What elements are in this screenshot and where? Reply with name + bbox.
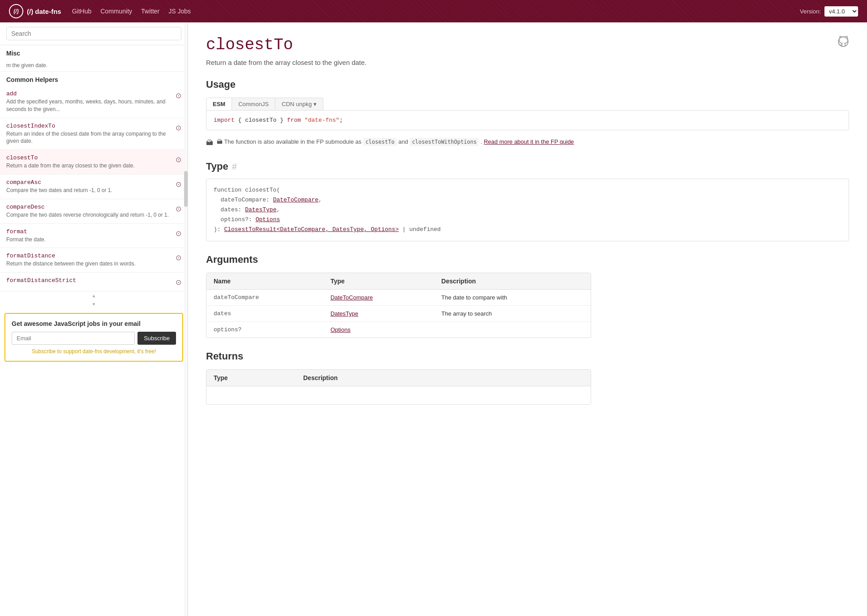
ad-title: Get awesome JavaScript jobs in your emai…: [12, 320, 176, 327]
nav-links: GitHub Community Twitter JS Jobs: [72, 8, 789, 15]
version-selector-container: Version: v4.1.0v3.6.0v2.30.0v1.30.1: [800, 6, 858, 17]
datetocompare-type-link[interactable]: DateToCompare: [273, 197, 318, 203]
scroll-down-indicator: ▼: [0, 300, 188, 308]
sidebar-item-name: compareDesc: [6, 204, 172, 210]
logo-icon: (/): [9, 4, 23, 18]
table-row: dates DatesType The array to search: [206, 306, 591, 322]
type-heading-container: Type #: [206, 161, 849, 172]
fp-and: and: [399, 138, 408, 145]
fp-emoji: 🏔: [206, 137, 213, 148]
col-description: Description: [434, 273, 591, 290]
arg-type-link[interactable]: DatesType: [330, 310, 358, 317]
arg-type: DatesType: [323, 306, 434, 322]
ad-form: Subscribe: [12, 332, 176, 345]
sidebar-item-desc: Compare the two dates reverse chronologi…: [6, 211, 172, 219]
fp-note: 🏔 🏔 The function is also available in th…: [206, 137, 849, 148]
page-layout: Misc m the given date. Common Helpers ad…: [0, 22, 867, 616]
twitter-link[interactable]: Twitter: [141, 8, 159, 15]
type-code-line4: options?: Options: [221, 216, 280, 223]
usage-heading: Usage: [206, 79, 849, 90]
type-hash: #: [232, 162, 237, 172]
version-select[interactable]: v4.1.0v3.6.0v2.30.0v1.30.1: [824, 6, 858, 17]
returns-col-type: Type: [206, 370, 296, 386]
sidebar-item-compareasc[interactable]: compareAsc Compare the two dates and ret…: [0, 175, 188, 199]
sidebar-item-desc: Return an index of the closest date from…: [6, 130, 172, 145]
sidebar: Misc m the given date. Common Helpers ad…: [0, 22, 188, 616]
misc-truncated-text: m the given date.: [0, 60, 188, 72]
sidebar-item-name: format: [6, 228, 172, 235]
options-type-link[interactable]: Options: [256, 216, 280, 223]
sidebar-item-desc: Format the date.: [6, 236, 172, 244]
arg-desc: The date to compare with: [434, 290, 591, 306]
arrow-icon: ⊙: [176, 278, 181, 287]
misc-section-header: Misc: [0, 45, 188, 60]
scrollbar-thumb[interactable]: [184, 171, 188, 207]
import-code-block: import { closestTo } from "date-fns";: [206, 110, 849, 130]
col-type: Type: [323, 273, 434, 290]
arg-type-link[interactable]: DateToCompare: [330, 294, 373, 301]
sidebar-item-name: closestIndexTo: [6, 123, 172, 129]
type-code-line2: dateToCompare: DateToCompare,: [221, 197, 322, 203]
sidebar-item-desc: Return the distance between the given da…: [6, 260, 172, 268]
sidebar-item-comparedesc[interactable]: compareDesc Compare the two dates revers…: [0, 199, 188, 224]
github-link[interactable]: GitHub: [72, 8, 92, 15]
sidebar-item-desc: Compare the two dates and return -1, 0 o…: [6, 187, 172, 194]
sidebar-item-name: formatDistance: [6, 252, 172, 259]
datestype-type-link[interactable]: DatesType: [245, 206, 276, 213]
sidebar-item-closestindexto[interactable]: closestIndexTo Return an index of the cl…: [0, 118, 188, 150]
sidebar-item-formatdistancestrict[interactable]: formatDistanceStrict ⊙: [0, 273, 188, 291]
sidebar-item-add[interactable]: add Add the specified years, months, wee…: [0, 86, 188, 118]
arg-name: dateToCompare: [206, 290, 323, 306]
sidebar-item-formatdistance[interactable]: formatDistance Return the distance betwe…: [0, 248, 188, 273]
tab-commonjs[interactable]: CommonJS: [232, 98, 275, 110]
page-title: closestTo: [206, 36, 849, 54]
top-navigation: (/) (/) date-fns GitHub Community Twitte…: [0, 0, 867, 22]
sidebar-item-format[interactable]: format Format the date. ⊙: [0, 224, 188, 248]
arg-desc: [434, 322, 591, 338]
sidebar-item-closestto[interactable]: closestTo Return a date from the array c…: [0, 150, 188, 175]
returns-heading: Returns: [206, 351, 849, 362]
fp-code1: closestTo: [363, 138, 397, 146]
logo[interactable]: (/) (/) date-fns: [9, 4, 61, 18]
table-row: options? Options: [206, 322, 591, 338]
arrow-icon: ⊙: [176, 124, 181, 132]
github-icon[interactable]: [837, 36, 849, 50]
closesttoresult-type-link[interactable]: ClosestToResult<DateToCompare, DatesType…: [224, 226, 399, 233]
sidebar-item-desc: Return a date from the array closest to …: [6, 162, 172, 170]
arg-name: options?: [206, 322, 323, 338]
fp-code2: closestToWithOptions: [410, 138, 479, 146]
community-link[interactable]: Community: [100, 8, 132, 15]
arguments-heading: Arguments: [206, 254, 849, 265]
main-content: closestTo Return a date from the array c…: [188, 22, 867, 616]
returns-row: [206, 386, 591, 404]
scrollbar-track: [184, 22, 188, 616]
fp-note-text: 🏔 The function is also available in the …: [217, 138, 361, 145]
arg-type-link[interactable]: Options: [330, 326, 351, 333]
arg-type: DateToCompare: [323, 290, 434, 306]
tab-esm[interactable]: ESM: [206, 98, 232, 110]
sidebar-item-name: compareAsc: [6, 179, 172, 186]
jsjobs-link[interactable]: JS Jobs: [168, 8, 191, 15]
fp-guide-link[interactable]: Read more about it in the FP guide: [484, 138, 574, 145]
type-code-line3: dates: DatesType,: [221, 206, 280, 213]
tab-cdn[interactable]: CDN unpkg ▾: [275, 98, 323, 110]
table-row: dateToCompare DateToCompare The date to …: [206, 290, 591, 306]
arrow-icon: ⊙: [176, 229, 181, 238]
arg-type: Options: [323, 322, 434, 338]
type-heading: Type: [206, 161, 228, 172]
email-input[interactable]: [12, 332, 135, 345]
subscribe-button[interactable]: Subscribe: [137, 332, 176, 345]
col-name: Name: [206, 273, 323, 290]
arrow-icon: ⊙: [176, 180, 181, 188]
scroll-up-indicator: ▲: [0, 291, 188, 300]
returns-table: Type Description: [206, 369, 591, 405]
type-code-line1: function closestTo(: [214, 187, 280, 193]
sidebar-search-container: [0, 22, 188, 45]
arrow-icon: ⊙: [176, 253, 181, 262]
arrow-icon: ⊙: [176, 91, 181, 100]
sidebar-ad: Get awesome JavaScript jobs in your emai…: [4, 313, 183, 362]
sidebar-item-name: formatDistanceStrict: [6, 277, 172, 284]
usage-tabs: ESM CommonJS CDN unpkg ▾: [206, 98, 323, 110]
arguments-table: Name Type Description dateToCompare Date…: [206, 273, 591, 338]
search-input[interactable]: [6, 27, 181, 40]
